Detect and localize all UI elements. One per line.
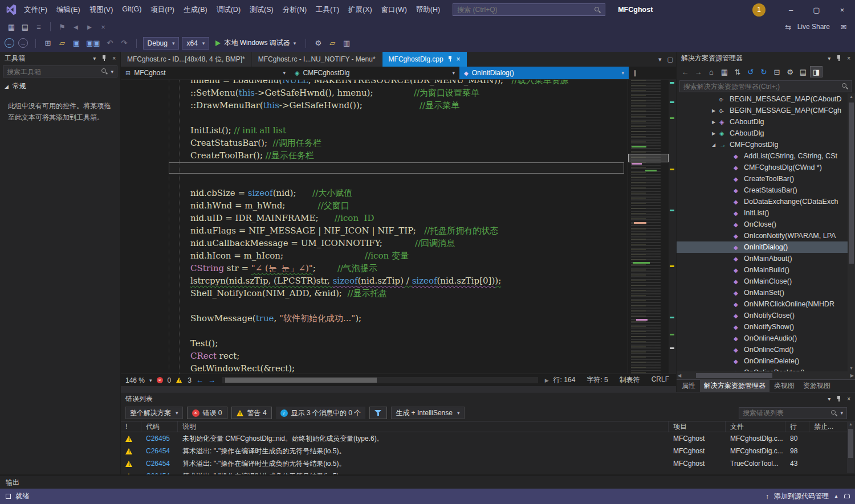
tree-item[interactable]: ◆CMFCghostDlg(CWnd *)	[677, 162, 855, 173]
switch-views-icon[interactable]: ▦	[718, 66, 731, 77]
error-count-icon[interactable]: ×	[157, 377, 163, 383]
close-icon[interactable]: ×	[457, 55, 461, 63]
pin-icon[interactable]	[101, 55, 107, 62]
scroll-down-icon[interactable]: ▼	[849, 366, 854, 370]
solution-search-input[interactable]	[683, 83, 839, 91]
refresh-icon[interactable]: ↻	[758, 66, 770, 77]
collapse-all-icon[interactable]: ⊟	[771, 66, 783, 77]
warning-count-icon[interactable]	[176, 378, 182, 383]
bookmark-prev-icon[interactable]: ◄	[70, 22, 82, 32]
error-list-search-box[interactable]: ▾	[739, 407, 847, 419]
error-list-row[interactable]: C26454算术溢出: "-"操作在编译时生成负的无符号结果(io.5)。MFC…	[121, 457, 855, 470]
scrollbar-thumb[interactable]	[848, 429, 853, 458]
error-list-row[interactable]: C26454算术溢出: "-"操作在编译时生成负的无符号结果(io.5)。	[121, 470, 855, 474]
scope-dropdown[interactable]: 整个解决方案 ▾	[125, 407, 183, 419]
error-list-header[interactable]: 错误列表 ▾ ×	[121, 392, 855, 405]
minimap-viewport[interactable]	[628, 154, 669, 162]
menu-item[interactable]: 文件(F)	[19, 2, 52, 18]
error-code-link[interactable]: C26454	[141, 445, 178, 457]
navigate-backward-icon[interactable]: ←	[5, 38, 14, 48]
save-icon[interactable]: ▣	[71, 38, 82, 48]
document-tab[interactable]: MFCghostDlg.cpp×	[382, 52, 467, 67]
error-count[interactable]: 0	[168, 376, 172, 384]
debug-target-icon[interactable]: ⚙	[312, 38, 324, 48]
close-icon[interactable]: ×	[112, 55, 116, 62]
breadcrumb-dropdown[interactable]: ◈CMFCghostDlg▾	[290, 67, 459, 79]
pin-icon[interactable]	[447, 55, 453, 64]
menu-item[interactable]: 分析(N)	[278, 2, 311, 18]
chevron-down-icon[interactable]: ▾	[149, 378, 152, 383]
code-area[interactable]: hmenu = LoadMenu(NULL, MAKEINTRESOURCE(I…	[121, 80, 628, 374]
sync-icon[interactable]: ↺	[744, 66, 757, 77]
toolbox-section-general[interactable]: ◢ 常规	[0, 79, 120, 94]
vertical-scrollbar[interactable]: ▲	[847, 421, 854, 473]
files-dropdown-icon[interactable]: ▾	[658, 56, 662, 63]
start-debugging-button[interactable]: 本地 Windows 调试器▾	[212, 38, 299, 48]
tree-item[interactable]: ◆OnOnlineCmd()	[677, 344, 855, 355]
scrollbar-thumb[interactable]	[849, 103, 854, 264]
tree-item[interactable]: ▶◈CAboutDlg	[677, 128, 855, 139]
tree-item[interactable]: ◆OnNMRClickOnline(NMHDR	[677, 298, 855, 310]
vertical-scrollbar[interactable]: ▲ ▼	[848, 93, 855, 371]
feedback-icon[interactable]: ✉	[838, 22, 849, 32]
back-icon[interactable]: ←	[679, 66, 691, 77]
properties-icon[interactable]: ⚙	[784, 66, 796, 77]
scroll-left-icon[interactable]: ◀	[678, 373, 681, 378]
close-icon[interactable]: ×	[829, 0, 855, 19]
severity-column-header[interactable]: !	[121, 421, 141, 432]
menu-item[interactable]: Git(G)	[117, 2, 146, 18]
tool-window-tab[interactable]: 类视图	[770, 379, 799, 392]
menu-item[interactable]: 扩展(X)	[344, 2, 377, 18]
redo-icon[interactable]: ↷	[119, 38, 130, 48]
tree-item[interactable]: ◆OnMainClose()	[677, 276, 855, 287]
save-all-icon[interactable]: ▣▣	[85, 38, 101, 48]
scrollbar-thumb[interactable]	[225, 378, 377, 383]
tree-item[interactable]: o-BEGIN_MESSAGE_MAP(CAboutD	[677, 93, 855, 105]
horizontal-scrollbar[interactable]	[222, 377, 538, 383]
pin-icon[interactable]	[836, 395, 841, 402]
tree-item[interactable]: ◆OnInitDialog()	[677, 241, 855, 253]
tree-item[interactable]: ◆InitList()	[677, 207, 855, 219]
error-code-link[interactable]: C26495	[141, 432, 178, 445]
tree-item[interactable]: ◢→CMFCghostDlg	[677, 139, 855, 150]
tree-item[interactable]: ◆OnMainAbout()	[677, 253, 855, 264]
collapsed-arrow-icon[interactable]: ▶	[712, 108, 719, 113]
tree-item[interactable]: ◆OnMainBuild()	[677, 264, 855, 276]
tree-item[interactable]: ◆AddList(CString, CString, CSt	[677, 150, 855, 162]
error-list-row[interactable]: C26495未初始化变量 CMFCghostDlg::nid。始终初始化成员变量…	[121, 432, 855, 445]
tree-item[interactable]: ▶◈CAboutDlg	[677, 116, 855, 128]
tree-item[interactable]: ◆CreatStatusBar()	[677, 185, 855, 196]
preview-item-icon[interactable]: ◨	[810, 66, 823, 77]
new-project-icon[interactable]: ⊞	[42, 38, 54, 48]
menu-item[interactable]: 项目(P)	[146, 2, 179, 18]
find-in-files-icon[interactable]: ▱	[327, 38, 338, 48]
chevron-down-icon[interactable]: ▾	[828, 396, 830, 402]
tree-item[interactable]: ◆OnOnlineAudio()	[677, 333, 855, 344]
source-dropdown[interactable]: 生成 + IntelliSense ▾	[391, 407, 464, 419]
code-text[interactable]: hmenu = LoadMenu(NULL, MAKEINTRESOURCE(I…	[121, 80, 628, 374]
tree-item[interactable]: ◆OnNotifyClose()	[677, 310, 855, 321]
column-header[interactable]: 项目	[669, 421, 726, 432]
toolbox-header[interactable]: 工具箱 ▾ ×	[0, 52, 120, 64]
open-folder-icon[interactable]: ▱	[56, 38, 68, 48]
error-code-link[interactable]: C26454	[141, 457, 178, 470]
quick-search-input[interactable]	[457, 6, 595, 14]
breadcrumb-dropdown[interactable]: ⊞MFCghost▾	[121, 67, 290, 79]
error-code-link[interactable]: C26454	[141, 470, 178, 474]
warnings-filter-button[interactable]: 警告 4	[231, 407, 272, 419]
tree-item[interactable]: ◆OnClose()	[677, 219, 855, 230]
scrollbar-marks[interactable]	[669, 80, 676, 374]
show-all-files-icon[interactable]: ▤	[797, 66, 809, 77]
platform-dropdown[interactable]: x64▾	[182, 37, 209, 50]
configuration-dropdown[interactable]: Debug▾	[143, 37, 180, 50]
scroll-up-icon[interactable]: ▲	[848, 422, 853, 426]
menu-item[interactable]: 调试(D)	[212, 2, 245, 18]
scroll-right-icon[interactable]: ▶	[545, 378, 549, 383]
solution-explorer-header[interactable]: 解决方案资源管理器 ▾ ×	[677, 52, 855, 64]
scrollbar-thumb[interactable]	[696, 373, 773, 378]
toolbox-search-input[interactable]	[7, 68, 99, 76]
error-list-search-input[interactable]	[743, 409, 828, 417]
column-header[interactable]: 代码	[141, 421, 178, 432]
scroll-up-icon[interactable]: ▲	[849, 95, 854, 99]
close-icon[interactable]: ×	[847, 396, 850, 402]
